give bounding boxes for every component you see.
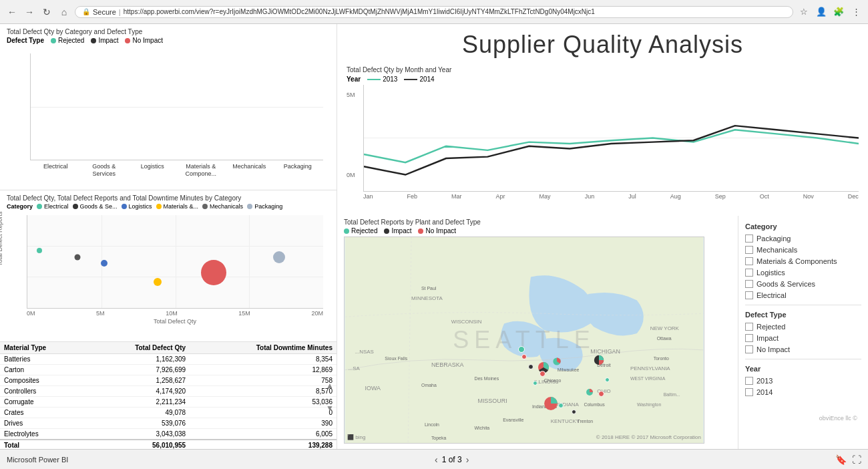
reload-button[interactable]: ↻ (40, 5, 53, 19)
filter-goods-label: Goods & Services (756, 280, 815, 288)
dot-wi-1 (518, 346, 525, 353)
pie-marker-milwaukee (552, 356, 562, 367)
dt-composites: 758 (190, 375, 337, 386)
checkbox-materials[interactable] (745, 257, 753, 265)
map-bing-label: ⬛ bing (347, 434, 365, 440)
line-y-labels: 5M 0M (347, 92, 355, 178)
bar-chart-container: 10M 5M 0M (7, 47, 330, 187)
filter-2013[interactable]: 2013 (745, 377, 861, 385)
filter-divider-2 (745, 359, 861, 359)
svg-text:IOWA: IOWA (365, 385, 381, 392)
x-axis-label: Total Defect Qty (27, 318, 323, 325)
filter-logistics[interactable]: Logistics (745, 269, 861, 277)
legend-2014: 2014 (404, 75, 434, 83)
map-legend-rejected: Rejected (344, 227, 377, 234)
checkbox-no-impact[interactable] (745, 345, 753, 353)
logistics-dot (122, 204, 127, 209)
filter-no-impact[interactable]: No Impact (745, 345, 861, 353)
dot-mechanicals (201, 260, 226, 285)
table-row: Crates 49,078 0 (0, 408, 337, 418)
forward-button[interactable]: → (23, 5, 36, 19)
x-label-goods: Goods &Services (81, 163, 128, 178)
filter-mechanicals[interactable]: Mechanicals (745, 246, 861, 254)
category-label: Category (7, 203, 33, 210)
filter-electrical[interactable]: Electrical (745, 291, 861, 299)
star-button[interactable]: ☆ (797, 5, 811, 19)
col-total-defect-qty: Total Defect Qty (87, 342, 190, 354)
scatter-x-labels: 0M 5M 10M 15M 20M (27, 309, 323, 318)
svg-text:Columbus: Columbus (584, 402, 605, 407)
checkbox-electrical[interactable] (745, 291, 753, 299)
table-row: Electrolytes 3,043,038 6,005 (0, 429, 337, 440)
back-button[interactable]: ← (5, 5, 19, 19)
dt-batteries: 8,354 (190, 354, 337, 365)
legend-2013: 2013 (367, 75, 397, 83)
month-jul: Jul (628, 193, 636, 200)
checkbox-goods[interactable] (745, 280, 753, 288)
x-10m: 10M (166, 310, 178, 317)
table-row: Controllers 4,174,920 8,570 (0, 386, 337, 397)
map-legend-impact: Impact (384, 227, 411, 234)
material-composites: Composites (0, 375, 87, 386)
checkbox-mechanicals[interactable] (745, 246, 753, 254)
checkbox-impact[interactable] (745, 334, 753, 342)
dot-in-1 (558, 403, 564, 408)
filter-materials[interactable]: Materials & Components (745, 257, 861, 265)
url-bar[interactable]: 🔒 Secure | https://app.powerbi.com/view?… (75, 6, 793, 18)
x-label-packaging: Packaging (275, 163, 321, 178)
filter-rejected[interactable]: Rejected (745, 323, 861, 331)
map-no-impact-dot (418, 228, 423, 234)
next-page-button[interactable]: › (466, 454, 469, 465)
defect-type-label: Defect Type (7, 37, 44, 44)
electrical-dot (37, 204, 42, 209)
scatter-legend: Category Electrical Goods & Se... Logist… (7, 203, 330, 210)
obvience-credit: obviEnce llc © (819, 415, 857, 422)
table-row: Drives 539,076 390 (0, 418, 337, 429)
prev-page-button[interactable]: ‹ (435, 454, 438, 465)
checkbox-logistics[interactable] (745, 269, 753, 277)
scroll-down-arrow[interactable]: ▼ (326, 404, 334, 413)
line-2013 (367, 79, 381, 80)
secure-label: Secure (93, 8, 116, 16)
title-area: Supplier Quality Analysis (337, 24, 868, 62)
dot-oh-1 (572, 410, 576, 414)
svg-text:Trenton: Trenton (577, 419, 593, 424)
filter-impact[interactable]: Impact (745, 334, 861, 342)
grid-v-3 (249, 215, 250, 308)
materials-label: Materials &... (164, 203, 199, 210)
month-jun: Jun (585, 193, 595, 200)
checkbox-2013[interactable] (745, 377, 753, 385)
checkbox-rejected[interactable] (745, 323, 753, 331)
line-chart-section: Total Defect Qty by Month and Year Year … (337, 62, 868, 216)
dot-oh-2 (598, 391, 604, 397)
user-icon-button[interactable]: 👤 (815, 5, 828, 19)
no-impact-label: No Impact (132, 37, 163, 44)
filter-2014[interactable]: 2014 (745, 388, 861, 396)
scatter-area (27, 215, 323, 309)
rejected-dot (51, 38, 56, 43)
fullscreen-icon-button[interactable]: ⛶ (852, 454, 861, 465)
home-button[interactable]: ⌂ (57, 5, 71, 19)
status-right: 🔖 ⛶ (835, 454, 861, 465)
table-row: Composites 1,258,627 758 (0, 375, 337, 386)
filter-packaging[interactable]: Packaging (745, 234, 861, 243)
scatter-chart-section: Total Defect Qty, Total Defect Reports a… (0, 190, 337, 341)
bar-chart-area (30, 53, 323, 160)
checkbox-packaging[interactable] (745, 234, 753, 243)
dot-il-2 (533, 381, 537, 385)
map-and-filters: Total Defect Reports by Plant and Defect… (337, 216, 868, 449)
menu-button[interactable]: ⋮ (849, 5, 863, 19)
filter-logistics-label: Logistics (756, 269, 785, 277)
x-label-electrical: Electrical (33, 163, 79, 178)
dt-carton: 12,869 (190, 365, 337, 375)
total-downtime: 139,288 (190, 440, 337, 449)
x-label-mechanicals: Mechanicals (226, 163, 272, 178)
filter-goods[interactable]: Goods & Services (745, 280, 861, 288)
table-row: Carton 7,926,699 12,869 (0, 365, 337, 375)
checkbox-2014[interactable] (745, 388, 753, 396)
scroll-up-arrow[interactable]: ▲ (326, 381, 334, 390)
extension-button[interactable]: 🧩 (832, 5, 845, 19)
month-jan: Jan (363, 193, 373, 200)
bookmark-icon-button[interactable]: 🔖 (835, 454, 847, 465)
material-carton: Carton (0, 365, 87, 375)
